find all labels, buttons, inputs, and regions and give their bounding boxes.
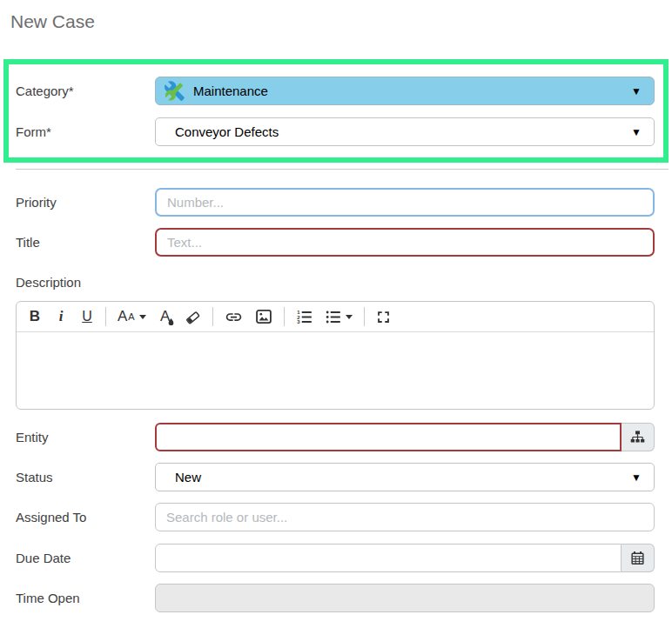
description-label: Description	[16, 268, 81, 297]
bold-button[interactable]: B	[22, 304, 48, 330]
svg-text:3: 3	[297, 319, 300, 324]
ordered-list-icon: 1 2 3	[296, 309, 312, 325]
dropdown-arrow-icon: ▼	[631, 126, 642, 138]
fullscreen-button[interactable]	[370, 304, 397, 330]
category-label: Category*	[16, 77, 74, 105]
title-row	[155, 228, 655, 257]
entity-input[interactable]	[155, 423, 622, 451]
sitemap-icon	[630, 430, 645, 444]
entity-label: Entity	[16, 423, 49, 451]
italic-button[interactable]: i	[48, 304, 74, 330]
category-value: Maintenance	[193, 84, 624, 98]
toolbar-separator	[212, 307, 213, 326]
title-input[interactable]	[155, 228, 655, 257]
maintenance-tools-icon	[163, 80, 185, 103]
section-divider	[16, 169, 669, 170]
toolbar-separator	[284, 307, 285, 326]
image-icon	[255, 308, 272, 325]
remove-format-button[interactable]	[178, 304, 207, 330]
editor-toolbar: B i U AA A	[17, 302, 654, 332]
status-label: Status	[16, 463, 53, 491]
category-row: Maintenance ▼	[155, 77, 655, 105]
underline-button[interactable]: U	[74, 304, 100, 330]
description-editor: B i U AA A	[16, 301, 655, 410]
due-date-input[interactable]	[155, 544, 622, 572]
link-icon	[225, 308, 243, 326]
assigned-to-label: Assigned To	[16, 503, 86, 531]
ordered-list-button[interactable]: 1 2 3	[290, 304, 319, 330]
insert-link-button[interactable]	[218, 304, 249, 330]
page-title: New Case	[10, 11, 95, 32]
fullscreen-icon	[376, 310, 391, 324]
description-editor-area[interactable]	[17, 332, 654, 410]
calendar-button[interactable]	[622, 544, 655, 572]
priority-label: Priority	[16, 188, 57, 217]
unordered-list-button[interactable]	[319, 304, 359, 330]
eraser-icon	[185, 309, 201, 325]
color-droplet-icon	[167, 318, 175, 326]
dropdown-arrow-icon: ▼	[631, 471, 642, 484]
chevron-down-icon	[346, 315, 353, 319]
status-row: New ▼	[155, 463, 655, 491]
form-label: Form*	[16, 117, 51, 146]
entity-row	[155, 423, 655, 451]
title-label: Title	[16, 228, 40, 257]
time-open-label: Time Open	[16, 584, 80, 612]
status-value: New	[175, 470, 624, 484]
toolbar-separator	[105, 307, 106, 326]
status-select[interactable]: New ▼	[155, 463, 655, 491]
priority-row	[155, 188, 655, 217]
font-color-button[interactable]: A	[152, 304, 178, 330]
priority-input[interactable]	[155, 188, 655, 217]
form-value: Conveyor Defects	[175, 124, 624, 139]
due-date-label: Due Date	[16, 544, 71, 572]
time-open-row	[155, 584, 655, 612]
due-date-row	[155, 544, 655, 572]
font-size-button[interactable]: AA	[111, 304, 152, 330]
calendar-icon	[630, 551, 645, 565]
form-row: Conveyor Defects ▼	[155, 117, 655, 146]
dropdown-arrow-icon: ▼	[631, 85, 642, 97]
new-case-form: New Case Category* Maintenance ▼ Form* C…	[0, 0, 672, 628]
form-select[interactable]: Conveyor Defects ▼	[155, 117, 655, 146]
assigned-to-row	[155, 503, 655, 531]
entity-picker-button[interactable]	[622, 423, 655, 451]
unordered-list-icon	[325, 309, 341, 325]
chevron-down-icon	[139, 315, 146, 319]
insert-image-button[interactable]	[249, 304, 279, 330]
time-open-input	[155, 584, 655, 612]
assigned-to-input[interactable]	[155, 503, 655, 531]
category-select[interactable]: Maintenance ▼	[155, 77, 655, 105]
highlight-box	[3, 59, 669, 163]
toolbar-separator	[364, 307, 365, 326]
